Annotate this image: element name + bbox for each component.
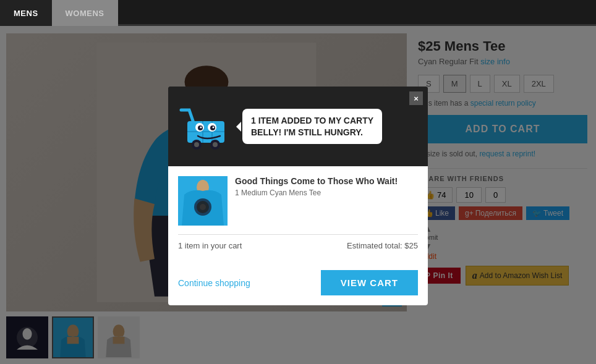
modal-footer: Continue shopping VIEW CART (168, 270, 428, 305)
continue-shopping-link[interactable]: Continue shopping (178, 278, 250, 288)
modal-message-line1: 1 ITEM ADDED TO MY CARTY (251, 116, 373, 125)
cart-modal: 1 ITEM ADDED TO MY CARTY BELLY! I'M STIL… (168, 87, 428, 305)
svg-point-19 (194, 142, 199, 147)
cart-summary: 1 item in your cart Estimated total: $25 (178, 234, 418, 250)
svg-point-27 (213, 127, 215, 129)
modal-overlay: 1 ITEM ADDED TO MY CARTY BELLY! I'M STIL… (0, 26, 596, 364)
cart-mascot-svg (178, 98, 234, 153)
cart-item-image (178, 176, 228, 226)
svg-point-26 (200, 127, 202, 129)
main-content: $25 Mens Tee Cyan Regular Fit size info … (0, 26, 596, 364)
cart-item: Good Things Come to Those Who Wait! 1 Me… (178, 176, 418, 226)
modal-body: Good Things Come to Those Who Wait! 1 Me… (168, 166, 428, 270)
cart-item-variant: 1 Medium Cyan Mens Tee (235, 188, 418, 197)
view-cart-button[interactable]: VIEW CART (321, 270, 418, 295)
modal-message-line2: BELLY! I'M STILL HUNGRY. (251, 127, 363, 137)
cart-count: 1 item in your cart (178, 241, 242, 250)
svg-point-21 (213, 142, 218, 147)
cart-total: Estimated total: $25 (347, 241, 418, 250)
tab-mens[interactable]: MENS (0, 0, 52, 26)
nav-divider (118, 0, 596, 26)
cart-mascot (178, 98, 234, 155)
modal-close-button[interactable]: × (409, 91, 423, 105)
cart-item-name: Good Things Come to Those Who Wait! (235, 176, 418, 186)
modal-header: 1 ITEM ADDED TO MY CARTY BELLY! I'M STIL… (168, 87, 428, 166)
cart-item-thumbnail-svg (178, 176, 228, 226)
speech-bubble: 1 ITEM ADDED TO MY CARTY BELLY! I'M STIL… (242, 109, 382, 143)
top-navigation: MENS WOMENS (0, 0, 596, 26)
cart-item-info: Good Things Come to Those Who Wait! 1 Me… (235, 176, 418, 197)
svg-point-32 (200, 204, 206, 210)
tab-womens[interactable]: WOMENS (52, 0, 118, 26)
